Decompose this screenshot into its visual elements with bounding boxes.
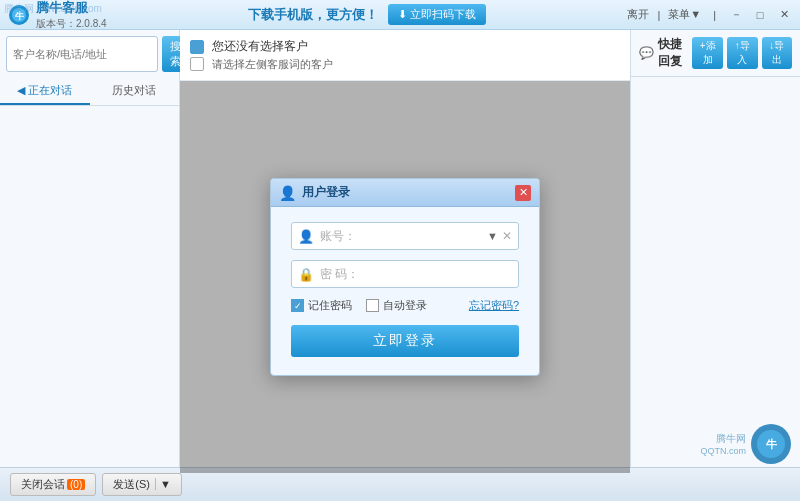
separator: |: [657, 9, 660, 21]
right-panel-actions: +添加 ↑导入 ↓导出: [692, 37, 792, 69]
import-reply-button[interactable]: ↑导入: [727, 37, 757, 69]
dialog-titlebar: 👤 用户登录 ✕: [271, 179, 539, 207]
watermark-bottom-url: QQTN.com: [700, 446, 746, 456]
app-version: 版本号：2.0.8.4: [36, 17, 107, 31]
active-chat-label: 正在对话: [28, 83, 72, 98]
password-field: 🔒: [291, 260, 519, 288]
center-top-text: 您还没有选择客户 请选择左侧客服词的客户: [212, 38, 333, 72]
modal-overlay: 👤 用户登录 ✕ 👤 ▼ ✕: [180, 81, 630, 473]
sidebar-content: [0, 106, 179, 501]
send-text-label: 发送(S): [113, 478, 150, 490]
dialog-options: ✓ 记住密码 自动登录 忘记密码?: [291, 298, 519, 313]
separator2: |: [713, 9, 716, 21]
main-layout: 搜索 ◀ 正在对话 历史对话 您还没有选择客户 请选择左侧客服词的客户: [0, 30, 800, 501]
login-dialog: 👤 用户登录 ✕ 👤 ▼ ✕: [270, 178, 540, 376]
dialog-user-icon: 👤: [279, 185, 296, 201]
tab-history-chat[interactable]: 历史对话: [90, 78, 180, 105]
bottom-right-logo: 腾牛网 QQTN.com 牛: [700, 423, 792, 465]
dialog-body: 👤 ▼ ✕ 🔒: [271, 207, 539, 375]
download-button[interactable]: ⬇ 立即扫码下载: [388, 4, 486, 25]
export-reply-button[interactable]: ↓导出: [762, 37, 792, 69]
active-chat-icon: ◀: [17, 84, 25, 97]
user-icon: 👤: [298, 229, 314, 244]
center-main: 👤 用户登录 ✕ 👤 ▼ ✕: [180, 81, 630, 473]
bottom-logo-icon: 牛: [750, 423, 792, 465]
checkbox1[interactable]: [190, 40, 204, 54]
minimize-button[interactable]: －: [728, 7, 744, 23]
center-top: 您还没有选择客户 请选择左侧客服词的客户: [180, 30, 630, 81]
username-clear-icon[interactable]: ✕: [502, 229, 512, 243]
forgot-password-link[interactable]: 忘记密码?: [469, 298, 519, 313]
session-count-badge: (0): [67, 479, 85, 490]
title-right: 离开 | 菜单▼ | － □ ✕: [627, 7, 792, 23]
login-button[interactable]: 立即登录: [291, 325, 519, 357]
sidebar: 搜索 ◀ 正在对话 历史对话: [0, 30, 180, 501]
sidebar-tabs: ◀ 正在对话 历史对话: [0, 78, 179, 106]
quick-reply-label: 快捷回复: [658, 36, 692, 70]
username-input[interactable]: [320, 229, 483, 243]
watermark-bottom-text: 腾牛网: [700, 432, 746, 446]
maximize-button[interactable]: □: [752, 7, 768, 23]
password-field-inner: 🔒: [291, 260, 519, 288]
close-button[interactable]: ✕: [776, 7, 792, 23]
lock-icon: 🔒: [298, 267, 314, 282]
auto-login-checkbox[interactable]: [366, 299, 379, 312]
bottom-left: 关闭会话(0) 发送(S) ▼: [10, 473, 182, 496]
send-dropdown-icon[interactable]: ▼: [155, 478, 171, 490]
no-customer-msg: 您还没有选择客户: [212, 38, 333, 55]
chat-bubble-icon: 💬: [639, 46, 654, 60]
history-chat-label: 历史对话: [112, 83, 156, 98]
dialog-close-button[interactable]: ✕: [515, 185, 531, 201]
quick-reply-title: 💬 快捷回复: [639, 36, 692, 70]
dialog-title-left: 👤 用户登录: [279, 184, 350, 201]
checkbox2[interactable]: [190, 57, 204, 71]
right-panel-content: [631, 77, 800, 473]
leave-menu-item[interactable]: 离开: [627, 7, 649, 22]
title-slogan: 下载手机版，更方便！: [248, 6, 378, 24]
tab-active-chat[interactable]: ◀ 正在对话: [0, 78, 90, 105]
center-area: 您还没有选择客户 请选择左侧客服词的客户 👤 用户登录 ✕: [180, 30, 630, 501]
center-checkboxes: [190, 40, 204, 71]
select-customer-hint: 请选择左侧客服词的客户: [212, 57, 333, 72]
username-dropdown-icon[interactable]: ▼: [487, 230, 498, 242]
menu-dropdown[interactable]: 菜单▼: [668, 7, 701, 22]
remember-pwd-checkbox[interactable]: ✓: [291, 299, 304, 312]
title-center: 下载手机版，更方便！ ⬇ 立即扫码下载: [107, 4, 628, 25]
bottom-close-session-button[interactable]: 关闭会话(0): [10, 473, 96, 496]
search-input[interactable]: [6, 36, 158, 72]
bottom-send-button[interactable]: 发送(S) ▼: [102, 473, 182, 496]
password-input[interactable]: [320, 267, 512, 281]
title-bar: 牛 腾牛客服 版本号：2.0.8.4 下载手机版，更方便！ ⬇ 立即扫码下载 离…: [0, 0, 800, 30]
watermark-topleft: 腾牛网 www.qqtn.com: [0, 0, 106, 18]
svg-text:牛: 牛: [766, 438, 778, 450]
username-field: 👤 ▼ ✕: [291, 222, 519, 250]
username-field-inner: 👤 ▼ ✕: [291, 222, 519, 250]
remember-pwd-label[interactable]: 记住密码: [308, 298, 352, 313]
dialog-title: 用户登录: [302, 184, 350, 201]
auto-login-label[interactable]: 自动登录: [383, 298, 427, 313]
search-bar: 搜索: [0, 30, 179, 78]
right-panel-header: 💬 快捷回复 +添加 ↑导入 ↓导出: [631, 30, 800, 77]
add-reply-button[interactable]: +添加: [692, 37, 723, 69]
